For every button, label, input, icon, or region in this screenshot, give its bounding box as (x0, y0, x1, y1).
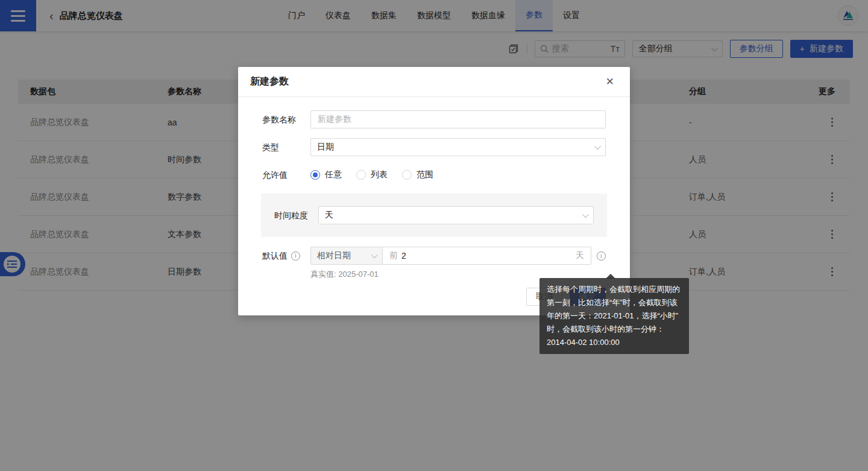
chevron-down-icon (594, 143, 601, 150)
chevron-down-icon (371, 251, 378, 258)
radio-icon (402, 170, 412, 180)
close-icon: ✕ (606, 76, 614, 87)
default-prefix: 前 (389, 250, 398, 261)
radio-list[interactable]: 列表 (356, 169, 388, 180)
type-value: 日期 (317, 142, 594, 153)
default-value-label: 默认值 i (262, 247, 310, 265)
radio-icon (310, 170, 320, 180)
granularity-panel: 时间粒度 天 (261, 194, 607, 237)
default-value-number: 2 (401, 251, 572, 261)
granularity-value: 天 (325, 210, 582, 221)
default-mode-value: 相对日期 (317, 250, 371, 261)
default-mode-select[interactable]: 相对日期 (310, 247, 383, 265)
close-button[interactable]: ✕ (602, 74, 618, 89)
modal-title: 新建参数 (250, 75, 602, 88)
chevron-down-icon (582, 211, 589, 218)
param-name-placeholder: 新建参数 (318, 114, 351, 125)
allowed-values-label: 允许值 (262, 166, 310, 184)
period-info-icon[interactable]: i (597, 251, 606, 261)
granularity-label: 时间粒度 (270, 206, 318, 224)
modal-header: 新建参数 ✕ (238, 67, 630, 97)
default-unit: 天 (576, 250, 584, 261)
radio-range[interactable]: 范围 (402, 169, 433, 180)
type-select[interactable]: 日期 (310, 138, 606, 156)
info-icon[interactable]: i (291, 251, 300, 261)
type-label: 类型 (262, 138, 310, 156)
radio-any[interactable]: 任意 (310, 169, 342, 180)
default-value-input[interactable]: 前 2 天 (383, 247, 591, 265)
radio-icon (356, 170, 366, 180)
granularity-select[interactable]: 天 (318, 206, 594, 224)
tooltip-text: 选择每个周期时，会截取到相应周期的第一刻，比如选择“年”时，会截取到该年的第一天… (547, 285, 680, 347)
allowed-values-radio-group: 任意 列表 范围 (310, 166, 606, 184)
period-info-tooltip: 选择每个周期时，会截取到相应周期的第一刻，比如选择“年”时，会截取到该年的第一天… (539, 278, 689, 354)
param-name-input[interactable]: 新建参数 (310, 110, 606, 128)
default-value-compound: 相对日期 前 2 天 (310, 247, 591, 265)
param-name-label: 参数名称 (262, 110, 310, 128)
